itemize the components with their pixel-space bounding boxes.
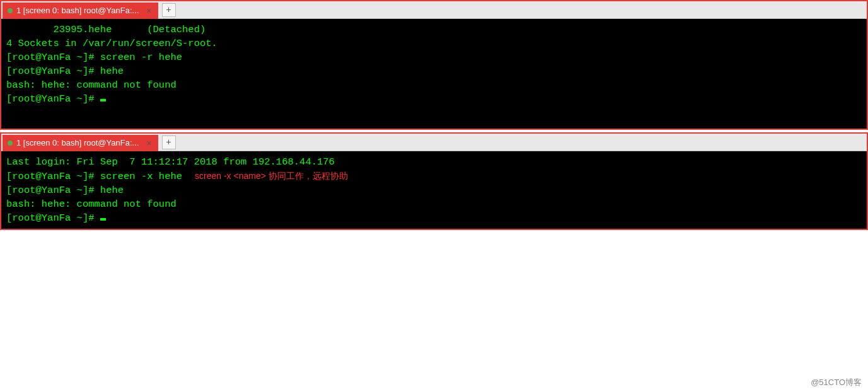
terminal-line: [root@YanFa ~]# screen -x hehescreen -x …	[6, 169, 862, 183]
close-icon[interactable]: ×	[145, 6, 153, 16]
terminal-line: 23995.hehe (Detached)	[6, 23, 862, 37]
terminal-line: [root@YanFa ~]# hehe	[6, 183, 862, 197]
cursor-icon	[100, 218, 106, 221]
tab-1[interactable]: 1 [screen 0: bash] root@YanFa:... ×	[3, 3, 158, 19]
status-dot-icon	[8, 141, 13, 146]
annotation-text: screen -x <name> 协同工作，远程协助	[195, 171, 348, 181]
terminal-line: [root@YanFa ~]# screen -r hehe	[6, 50, 862, 64]
new-tab-button[interactable]: +	[162, 135, 176, 149]
new-tab-button[interactable]: +	[162, 3, 176, 17]
tab-label: 1 [screen 0: bash] root@YanFa:...	[16, 138, 139, 147]
terminal-line: bash: hehe: command not found	[6, 197, 862, 211]
terminal-line: [root@YanFa ~]#	[6, 92, 862, 106]
close-icon[interactable]: ×	[145, 138, 153, 148]
terminal-line: Last login: Fri Sep 7 11:12:17 2018 from…	[6, 155, 862, 169]
prompt-text: [root@YanFa ~]#	[6, 93, 100, 105]
tab-label: 1 [screen 0: bash] root@YanFa:...	[16, 6, 139, 15]
terminal-window-1: 1 [screen 0: bash] root@YanFa:... × + 23…	[0, 0, 868, 130]
terminal-content-1[interactable]: 23995.hehe (Detached) 4 Sockets in /var/…	[1, 19, 867, 110]
terminal-content-2[interactable]: Last login: Fri Sep 7 11:12:17 2018 from…	[1, 151, 867, 229]
cursor-icon	[100, 99, 106, 101]
tab-2[interactable]: 1 [screen 0: bash] root@YanFa:... ×	[3, 135, 158, 151]
command-text: [root@YanFa ~]# screen -x hehe	[6, 171, 182, 182]
terminal-window-2: 1 [screen 0: bash] root@YanFa:... × + La…	[0, 132, 868, 230]
terminal-line: 4 Sockets in /var/run/screen/S-root.	[6, 37, 862, 50]
terminal-line: [root@YanFa ~]# hehe	[6, 64, 862, 78]
prompt-text: [root@YanFa ~]#	[6, 212, 100, 224]
tab-bar-1: 1 [screen 0: bash] root@YanFa:... × +	[1, 1, 867, 19]
watermark: @51CTO博客	[811, 377, 862, 388]
terminal-line: bash: hehe: command not found	[6, 78, 862, 92]
terminal-line: [root@YanFa ~]#	[6, 211, 862, 225]
status-dot-icon	[8, 8, 13, 13]
tab-bar-2: 1 [screen 0: bash] root@YanFa:... × +	[1, 134, 867, 151]
